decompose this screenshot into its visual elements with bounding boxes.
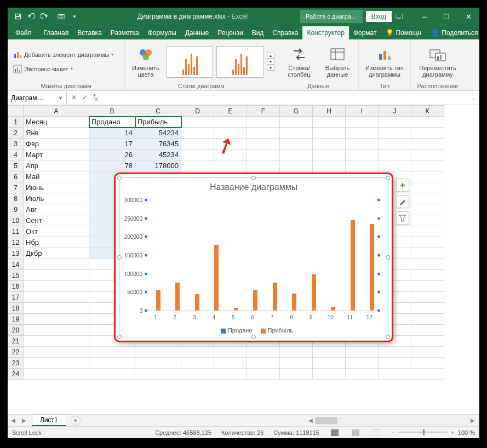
cell[interactable]	[411, 292, 444, 303]
cell[interactable]	[411, 215, 444, 226]
cell[interactable]: Продано	[89, 117, 135, 128]
embedded-chart[interactable]: ＋ Название диаграммы 0500001000001500002…	[114, 173, 393, 342]
row-header[interactable]: 3	[8, 139, 24, 150]
cell[interactable]	[411, 117, 444, 128]
row-header[interactable]: 12	[8, 237, 24, 248]
cell[interactable]	[214, 160, 247, 171]
cell[interactable]	[379, 128, 411, 139]
cell[interactable]	[411, 259, 444, 270]
cell[interactable]	[313, 160, 346, 171]
chart-bar[interactable]	[351, 220, 355, 311]
col-header[interactable]: J	[379, 106, 411, 117]
cell[interactable]: Май	[24, 171, 89, 182]
cell[interactable]	[181, 128, 214, 139]
cell[interactable]	[181, 150, 214, 160]
tab-design[interactable]: Конструктор	[302, 26, 348, 39]
cell[interactable]	[181, 160, 214, 171]
cell[interactable]	[346, 117, 379, 128]
chart-bar[interactable]	[292, 294, 296, 311]
row-header[interactable]: 9	[8, 204, 24, 215]
cell[interactable]	[247, 358, 280, 369]
row-header[interactable]: 4	[8, 150, 24, 160]
cell[interactable]	[135, 358, 181, 369]
cell[interactable]	[24, 314, 89, 325]
cell[interactable]	[411, 182, 444, 193]
cell[interactable]: Март	[24, 150, 89, 160]
minimize-button[interactable]: ─	[414, 8, 436, 25]
col-header[interactable]: B	[89, 106, 135, 117]
cell[interactable]	[280, 139, 313, 150]
col-header[interactable]: H	[313, 106, 346, 117]
cell[interactable]	[24, 358, 89, 369]
cell[interactable]	[214, 347, 247, 358]
cell[interactable]	[346, 128, 379, 139]
hscroll-right[interactable]: ▶	[468, 417, 477, 423]
chart-bar[interactable]	[273, 283, 277, 311]
row-header[interactable]: 14	[8, 259, 24, 270]
chart-elements-button[interactable]: ＋	[396, 179, 409, 192]
cell[interactable]	[280, 347, 313, 358]
add-chart-element-button[interactable]: Добавить элемент диаграммы▾	[11, 49, 116, 60]
cell[interactable]	[247, 160, 280, 171]
cell[interactable]	[379, 347, 411, 358]
cell[interactable]	[379, 139, 411, 150]
cell[interactable]: Дкбр	[24, 248, 89, 259]
chart-bar[interactable]	[156, 290, 161, 311]
chart-bar[interactable]	[312, 274, 316, 311]
cell[interactable]	[24, 259, 89, 270]
cell[interactable]	[411, 150, 444, 160]
tab-home[interactable]: Главная	[39, 26, 73, 39]
fx-icon[interactable]: fx	[93, 93, 98, 102]
chart-bar[interactable]	[175, 283, 180, 311]
view-normal-icon[interactable]	[329, 428, 340, 437]
chart-styles-button[interactable]	[396, 195, 409, 208]
cell[interactable]: Нбр	[24, 237, 89, 248]
row-header[interactable]: 10	[8, 215, 24, 226]
cell[interactable]	[411, 128, 444, 139]
save-icon[interactable]	[12, 10, 24, 22]
tab-file[interactable]: Файл	[8, 26, 39, 39]
hscroll-thumb[interactable]	[316, 417, 337, 424]
cell[interactable]	[181, 358, 214, 369]
cell[interactable]: Фвр	[24, 139, 89, 150]
cell[interactable]	[24, 369, 89, 380]
cell[interactable]	[135, 347, 181, 358]
cell[interactable]	[346, 160, 379, 171]
cell[interactable]	[346, 369, 379, 380]
chart-bar[interactable]	[214, 245, 219, 311]
close-button[interactable]: ✕	[457, 8, 479, 25]
row-header[interactable]: 13	[8, 248, 24, 259]
chart-bar[interactable]	[195, 294, 199, 311]
sheet-nav-next[interactable]: ▶	[19, 417, 30, 423]
tab-insert[interactable]: Вставка	[73, 26, 106, 39]
cell[interactable]	[24, 303, 89, 314]
tab-formulas[interactable]: Формулы	[144, 26, 181, 39]
cell[interactable]: 45234	[135, 150, 181, 160]
chart-style-2[interactable]	[216, 46, 263, 78]
cell[interactable]	[313, 347, 346, 358]
row-header[interactable]: 17	[8, 292, 24, 303]
row-header[interactable]: 24	[8, 369, 24, 380]
cell[interactable]	[411, 369, 444, 380]
cell[interactable]	[411, 160, 444, 171]
chart-style-1[interactable]	[167, 46, 214, 78]
chart-filters-button[interactable]	[396, 211, 409, 225]
col-header[interactable]: G	[280, 106, 313, 117]
plot-area[interactable]: 0500001000001500002000002500003000001234…	[146, 200, 379, 311]
cell[interactable]	[379, 369, 411, 380]
chart-legend[interactable]: Продано Прибыль	[119, 327, 388, 334]
cell[interactable]	[313, 117, 346, 128]
cell[interactable]	[313, 139, 346, 150]
cell[interactable]	[411, 237, 444, 248]
style-gallery-scroll[interactable]: ▴▾▾	[267, 53, 274, 71]
cell[interactable]	[214, 117, 247, 128]
col-header[interactable]: I	[346, 106, 379, 117]
expand-fx-icon[interactable]: ⌄	[468, 95, 479, 101]
view-page-layout-icon[interactable]	[350, 428, 361, 437]
cell[interactable]: 26	[89, 150, 135, 160]
cell[interactable]: 178000	[135, 160, 181, 171]
view-page-break-icon[interactable]	[371, 428, 382, 437]
col-header[interactable]: A	[24, 106, 89, 117]
zoom-level[interactable]: 100 %	[458, 429, 475, 436]
cell[interactable]	[135, 369, 181, 380]
